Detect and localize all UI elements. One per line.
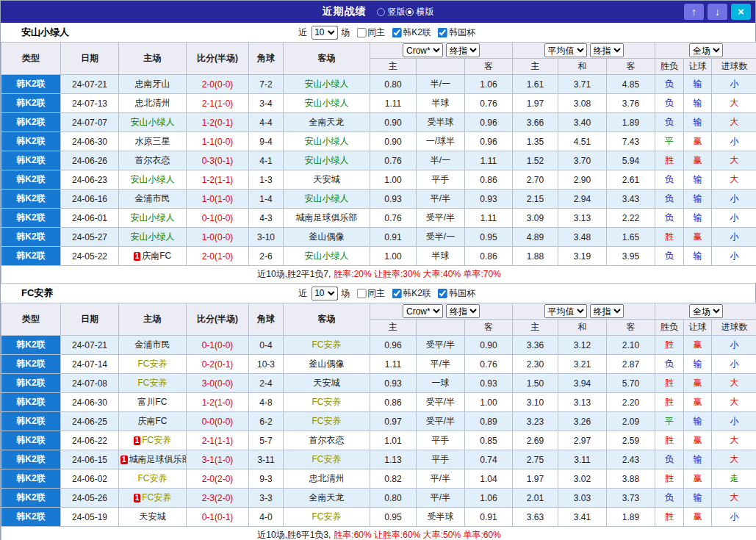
avg-draw-cell: 3.08: [558, 94, 607, 113]
goals-result-cell: 小: [712, 190, 756, 209]
table-row: 韩K2联24-06-16金浦市民1-0(1-0)1-4安山小绿人0.93平/半0…: [1, 190, 756, 209]
team-label: 安山小绿人: [305, 251, 349, 261]
average-select[interactable]: 平均值: [544, 43, 587, 57]
avg-away-cell: 7.43: [607, 132, 655, 151]
winloss-result-cell: 负: [655, 247, 684, 266]
table-row: 韩K2联24-06-151城南足球俱乐部3-1(1-0)3-11FC安养1.13…: [1, 450, 756, 469]
table-row: 韩K2联24-06-26首尔衣恋0-3(0-1)4-1安山小绿人0.76半/一1…: [1, 151, 756, 170]
team-label: 金浦市民: [135, 339, 170, 350]
away-team-cell: 安山小绿人: [284, 75, 370, 94]
move-up-button[interactable]: ↑: [684, 4, 704, 20]
bookmaker-select[interactable]: Crow*: [403, 43, 443, 57]
team-label: 忠北清州: [135, 98, 170, 108]
team-label: FC安养: [142, 435, 171, 445]
move-down-button[interactable]: ↓: [708, 4, 727, 20]
home-team-cell: 金浦市民: [119, 190, 187, 209]
avg-away-cell: 1.65: [607, 228, 655, 247]
winloss-result-cell: 胜: [655, 431, 684, 450]
match-count-select[interactable]: 10: [311, 287, 337, 300]
avg-away-cell: 2.20: [607, 393, 655, 412]
winloss-result-cell: 负: [655, 94, 684, 113]
away-team-cell: 城南足球俱乐部: [284, 209, 370, 228]
same-home-checkbox[interactable]: [356, 289, 366, 298]
average-select[interactable]: 平均值: [544, 304, 587, 318]
league-type-cell: 韩K2联: [1, 190, 61, 209]
checkbox-same-home[interactable]: 同主: [356, 26, 385, 39]
avg-home-cell: 3.09: [513, 209, 558, 228]
odds-home-cell: 1.00: [370, 170, 417, 190]
goals-result-cell: 大: [712, 151, 756, 170]
avg-home-cell: 2.69: [513, 431, 558, 450]
down-arrow-icon: ↓: [715, 6, 720, 18]
checkbox-korea-cup[interactable]: 韩国杯: [438, 26, 475, 39]
avg-home-cell: 2.70: [513, 170, 558, 190]
checkbox-same-home[interactable]: 同主: [356, 287, 385, 300]
near-label: 近: [298, 287, 307, 300]
handicap-cell: 半球: [417, 247, 465, 266]
handicap-result-cell: 赢: [684, 393, 712, 412]
corners-cell: 3-4: [249, 94, 284, 113]
league-type-cell: 韩K2联: [1, 489, 61, 508]
full-match-select-cell: 全场: [655, 43, 756, 59]
layout-radio-vertical[interactable]: 竖版: [377, 6, 406, 18]
layout-radio-horizontal[interactable]: 横版: [406, 6, 434, 18]
away-team-cell: 安山小绿人: [284, 190, 370, 209]
checkbox-league-k2[interactable]: 韩K2联: [392, 287, 431, 300]
team-label: 安山小绿人: [305, 98, 349, 108]
table-row: 韩K2联24-06-01安山小绿人0-1(0-0)4-3城南足球俱乐部0.76受…: [1, 209, 756, 228]
red-card-badge: 1: [120, 456, 128, 464]
close-button[interactable]: ×: [731, 4, 751, 20]
winloss-result-cell: 负: [655, 113, 684, 132]
corners-cell: 1-3: [249, 170, 284, 190]
away-team-cell: 天安城: [284, 374, 370, 393]
odds-home-cell: 0.96: [370, 336, 417, 355]
league-k2-checkbox[interactable]: [392, 289, 401, 298]
avg-draw-cell: 3.40: [558, 113, 607, 132]
avg-away-cell: 2.87: [607, 355, 655, 374]
same-home-checkbox[interactable]: [356, 28, 366, 37]
filter-controls: 近10场同主韩K2联韩国杯: [298, 26, 475, 40]
subheader-goals: 进球数: [712, 320, 756, 336]
subheader-avg-home: 主: [513, 320, 558, 336]
odds-home-cell: 1.11: [370, 94, 417, 113]
summary-stats: 胜率:20% 让胜率:30% 大率:40% 单率:70%: [334, 269, 500, 279]
winloss-result-cell: 负: [655, 355, 684, 374]
home-team-cell: 1FC安养: [119, 489, 187, 508]
odds-home-cell: 0.93: [370, 374, 417, 393]
goals-result-cell: 小: [712, 412, 756, 431]
avg-away-cell: 2.09: [607, 412, 655, 431]
home-team-cell: 安山小绿人: [119, 209, 187, 228]
league-k2-checkbox[interactable]: [392, 28, 401, 37]
team-label: 釜山偶像: [309, 359, 345, 369]
odds-final-select[interactable]: 终指: [446, 43, 480, 57]
avg-final-select[interactable]: 终指: [590, 43, 624, 57]
average-selects-cell: 平均值终指: [513, 303, 655, 320]
bookmaker-select[interactable]: Crow*: [403, 304, 443, 318]
checkbox-korea-cup[interactable]: 韩国杯: [438, 287, 475, 300]
table-row: 韩K2联24-05-221庆南FC2-0(1-0)2-6安山小绿人1.00半球0…: [1, 247, 756, 266]
away-team-cell: 釜山偶像: [284, 355, 370, 374]
avg-away-cell: 2.59: [607, 431, 655, 450]
avg-home-cell: 1.50: [513, 374, 558, 393]
checkbox-league-k2[interactable]: 韩K2联: [392, 26, 431, 39]
titlebar-center: 近期战绩 竖版横版: [1, 5, 755, 18]
odds-away-cell: 0.96: [465, 113, 513, 132]
table-row: 韩K2联24-06-23安山小绿人1-2(1-1)1-3天安城1.00平手0.8…: [1, 170, 756, 190]
subheader-odds-handicap: [417, 320, 465, 336]
avg-draw-cell: 2.94: [558, 190, 607, 209]
team-label: FC安养: [312, 416, 342, 426]
goals-result-cell: 小: [712, 75, 756, 94]
full-match-select[interactable]: 全场: [689, 43, 723, 57]
korea-cup-checkbox[interactable]: [438, 289, 447, 298]
column-header-home: 主场: [119, 303, 187, 336]
odds-final-select[interactable]: 终指: [446, 304, 480, 318]
avg-final-select[interactable]: 终指: [590, 304, 624, 318]
odds-home-cell: 1.00: [370, 247, 417, 266]
date-cell: 24-07-21: [61, 75, 119, 94]
korea-cup-checkbox[interactable]: [438, 28, 447, 37]
full-match-select[interactable]: 全场: [689, 304, 723, 318]
match-count-select[interactable]: 10: [311, 26, 337, 40]
avg-home-cell: 2.30: [513, 355, 558, 374]
subheader-odds-away: 客: [465, 320, 513, 336]
column-header-type: 类型: [1, 303, 61, 336]
